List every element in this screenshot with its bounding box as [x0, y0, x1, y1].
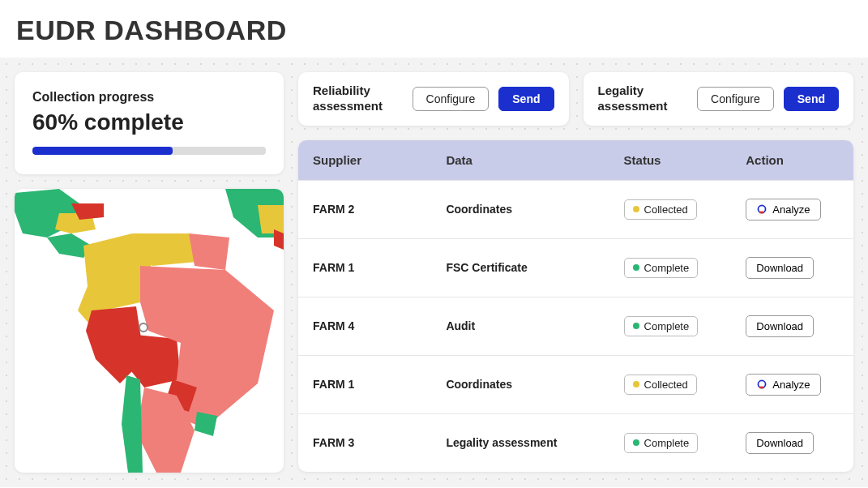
cell-action: Download [731, 297, 853, 355]
cell-supplier: FARM 1 [298, 238, 431, 297]
status-text: Complete [644, 262, 690, 274]
progress-value: 60% complete [32, 109, 266, 135]
status-dot-icon [633, 264, 639, 271]
cell-supplier: FARM 1 [298, 355, 431, 413]
status-badge: Complete [624, 433, 699, 453]
cell-supplier: FARM 2 [298, 180, 431, 238]
cell-status: Complete [609, 297, 732, 355]
status-text: Complete [644, 320, 690, 332]
action-label: Analyze [772, 203, 810, 216]
status-badge: Complete [624, 316, 699, 336]
table-row: FARM 1CoordinatesCollectedAnalyze [298, 355, 853, 413]
analyze-icon [756, 203, 768, 215]
progress-label: Collection progress [32, 90, 266, 105]
status-text: Complete [644, 437, 690, 449]
cell-status: Collected [609, 180, 732, 238]
cell-status: Complete [609, 413, 732, 472]
cell-action: Analyze [731, 180, 853, 238]
map-card [15, 189, 284, 473]
action-label: Analyze [772, 379, 810, 391]
svg-rect-3 [760, 387, 764, 389]
col-status: Status [609, 140, 732, 181]
status-text: Collected [644, 203, 688, 216]
analyze-button[interactable]: Analyze [746, 374, 820, 396]
col-action: Action [731, 140, 853, 181]
status-dot-icon [633, 439, 639, 446]
status-badge: Collected [624, 199, 697, 220]
page-title: EUDR DASHBOARD [0, 0, 868, 58]
reliability-configure-button[interactable]: Configure [413, 87, 490, 111]
cell-data: Coordinates [431, 355, 609, 413]
download-button[interactable]: Download [746, 432, 814, 454]
south-america-map [15, 189, 284, 473]
status-dot-icon [633, 323, 639, 329]
supplier-table-card: Supplier Data Status Action FARM 2Coordi… [298, 140, 853, 472]
progress-bar [32, 147, 266, 155]
status-text: Collected [644, 379, 688, 391]
cell-action: Download [731, 413, 853, 472]
table-row: FARM 4AuditCompleteDownload [298, 297, 853, 355]
legality-title: Legality assessment [598, 83, 688, 114]
dashboard-grid: Collection progress 60% complete [0, 58, 868, 487]
reliability-title: Reliability assessment [313, 83, 403, 114]
supplier-table: Supplier Data Status Action FARM 2Coordi… [298, 140, 853, 472]
col-supplier: Supplier [298, 140, 431, 181]
assessment-row: Reliability assessment Configure Send Le… [298, 72, 853, 126]
download-button[interactable]: Download [746, 315, 814, 337]
collection-progress-card: Collection progress 60% complete [15, 72, 284, 174]
legality-configure-button[interactable]: Configure [697, 87, 774, 111]
map-marker [139, 323, 148, 332]
col-data: Data [431, 140, 609, 181]
cell-action: Download [731, 238, 853, 297]
status-dot-icon [633, 206, 639, 212]
cell-status: Complete [609, 238, 732, 297]
analyze-button[interactable]: Analyze [746, 199, 820, 220]
left-column: Collection progress 60% complete [15, 72, 284, 473]
legality-send-button[interactable]: Send [784, 87, 839, 111]
table-header-row: Supplier Data Status Action [298, 140, 853, 181]
table-row: FARM 1FSC CertificateCompleteDownload [298, 238, 853, 297]
cell-data: Audit [431, 297, 609, 355]
action-label: Download [756, 262, 803, 274]
status-badge: Collected [624, 375, 697, 395]
cell-data: Coordinates [431, 180, 609, 238]
svg-rect-1 [760, 212, 764, 214]
table-row: FARM 2CoordinatesCollectedAnalyze [298, 180, 853, 238]
right-column: Reliability assessment Configure Send Le… [298, 72, 853, 472]
analyze-icon [756, 379, 768, 390]
cell-action: Analyze [731, 355, 853, 413]
cell-data: Legality assessment [431, 413, 609, 472]
progress-bar-fill [32, 147, 173, 155]
cell-status: Collected [609, 355, 732, 413]
cell-data: FSC Certificate [431, 238, 609, 297]
action-label: Download [756, 437, 803, 449]
table-row: FARM 3Legality assessmentCompleteDownloa… [298, 413, 853, 472]
download-button[interactable]: Download [746, 257, 814, 279]
cell-supplier: FARM 4 [298, 297, 431, 355]
reliability-assessment-card: Reliability assessment Configure Send [298, 72, 569, 126]
legality-assessment-card: Legality assessment Configure Send [584, 72, 854, 126]
action-label: Download [756, 320, 803, 332]
reliability-send-button[interactable]: Send [498, 87, 554, 111]
status-dot-icon [633, 381, 639, 387]
status-badge: Complete [624, 258, 699, 278]
cell-supplier: FARM 3 [298, 413, 431, 472]
